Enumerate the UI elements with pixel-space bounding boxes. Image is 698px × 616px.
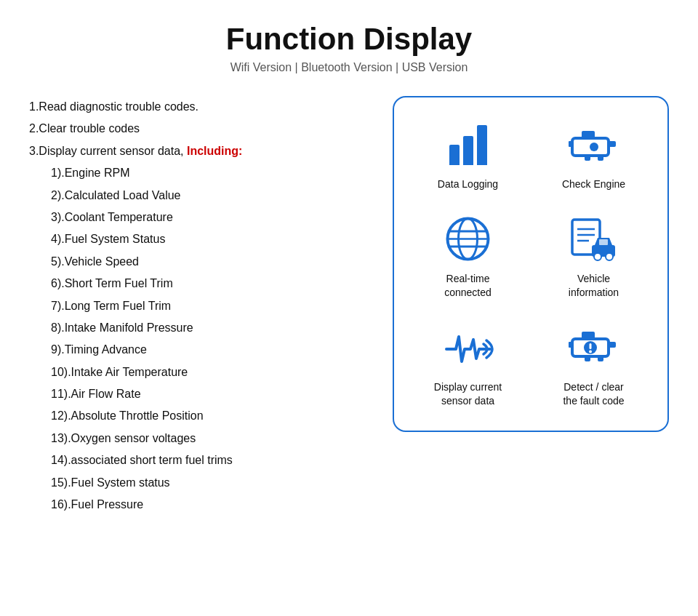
card-display-sensor: Display currentsensor data: [409, 322, 527, 409]
sub-item-13: 13).Oxygen sensor voltages: [51, 428, 364, 449]
svg-rect-23: [569, 342, 572, 348]
list-item-3: 3.Display current sensor data, Including…: [29, 140, 364, 162]
svg-point-28: [589, 350, 592, 353]
check-engine-label: Check Engine: [562, 177, 625, 192]
check-engine-icon: [569, 119, 619, 170]
vehicle-info-icon: [569, 214, 619, 265]
svg-rect-5: [598, 156, 603, 161]
list-item-1: 1.Read diagnostic trouble codes.: [29, 96, 364, 118]
card-vehicle-info: Vehicleinformation: [534, 214, 653, 300]
card-check-engine: Check Engine: [534, 119, 653, 192]
sub-item-7: 7).Long Term Fuel Trim: [51, 295, 364, 317]
detect-clear-label: Detect / clearthe fault code: [563, 380, 624, 409]
svg-rect-25: [598, 356, 603, 361]
sub-item-4: 4).Fuel System Status: [51, 228, 364, 250]
sub-item-16: 16).Fuel Pressure: [51, 494, 364, 516]
sub-item-3: 3).Coolant Temperature: [51, 207, 364, 228]
data-logging-label: Data Logging: [438, 177, 498, 192]
sub-item-11: 11).Air Flow Rate: [51, 383, 364, 405]
card-realtime: Real-timeconnected: [409, 214, 527, 300]
sub-item-14: 14).associated short term fuel trims: [51, 449, 364, 471]
svg-rect-2: [609, 141, 616, 147]
data-logging-icon: [443, 119, 494, 170]
svg-rect-24: [585, 356, 590, 361]
svg-rect-3: [569, 141, 572, 147]
svg-point-6: [590, 143, 598, 151]
sub-item-10: 10).Intake Air Temperature: [51, 361, 364, 383]
sub-list: 1).Engine RPM 2).Calculated Load Value 3…: [29, 162, 364, 516]
sub-item-9: 9).Timing Advance: [51, 339, 364, 361]
svg-rect-19: [599, 239, 608, 245]
card-data-logging: Data Logging: [409, 119, 527, 192]
realtime-label: Real-timeconnected: [444, 272, 492, 300]
detect-clear-icon: [569, 322, 619, 373]
left-panel: 1.Read diagnostic trouble codes. 2.Clear…: [29, 96, 364, 516]
sub-item-8: 8).Intake Manifold Pressure: [51, 317, 364, 339]
sub-item-5: 5).Vehicle Speed: [51, 251, 364, 273]
svg-point-17: [594, 253, 601, 260]
svg-rect-4: [585, 156, 590, 161]
sub-item-12: 12).Absolute Throttle Position: [51, 405, 364, 427]
display-sensor-label: Display currentsensor data: [434, 380, 502, 409]
svg-rect-21: [582, 332, 595, 339]
page-subtitle: Wifi Version | Bluetooth Version | USB V…: [226, 61, 472, 74]
sub-item-15: 15).Fuel System status: [51, 472, 364, 494]
realtime-icon: [443, 214, 494, 265]
sub-item-2: 2).Calculated Load Value: [51, 185, 364, 207]
svg-rect-1: [582, 131, 595, 138]
svg-point-18: [606, 253, 613, 260]
list-item-2: 2.Clear trouble codes: [29, 118, 364, 140]
including-label: Including:: [187, 145, 242, 157]
sub-item-6: 6).Short Term Fuel Trim: [51, 273, 364, 295]
page-title: Function Display: [226, 22, 472, 57]
sub-item-1: 1).Engine RPM: [51, 162, 364, 184]
vehicle-info-label: Vehicleinformation: [569, 272, 619, 300]
card-detect-clear: Detect / clearthe fault code: [534, 322, 653, 409]
content-area: 1.Read diagnostic trouble codes. 2.Clear…: [29, 96, 669, 516]
page-header: Function Display Wifi Version | Bluetoot…: [226, 22, 472, 74]
right-panel: Data Logging Check Engine: [393, 96, 669, 432]
display-sensor-icon: [443, 322, 494, 373]
svg-rect-22: [609, 342, 616, 348]
svg-rect-27: [589, 343, 591, 349]
